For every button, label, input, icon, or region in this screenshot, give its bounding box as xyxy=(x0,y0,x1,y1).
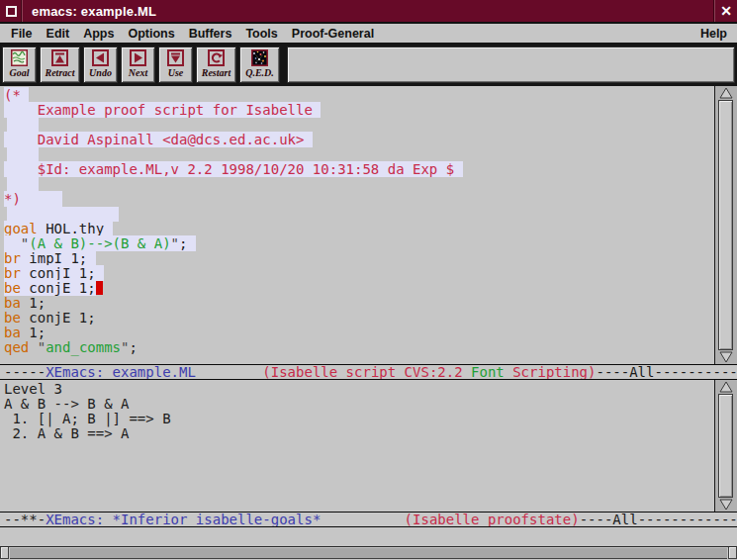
menu-item-apps[interactable]: Apps xyxy=(76,25,121,43)
script-line[interactable]: be conjE 1; xyxy=(4,281,714,296)
scroll-up-icon[interactable] xyxy=(715,380,737,394)
code-segment xyxy=(29,339,37,355)
toolbar-button-use[interactable]: Use xyxy=(158,47,193,83)
code-segment: ; xyxy=(129,339,137,355)
script-line[interactable]: "(A & B)-->(B & A)"; xyxy=(4,236,714,251)
window-menu-button[interactable] xyxy=(0,0,22,22)
toolbar-button-next[interactable]: Next xyxy=(121,47,155,83)
script-line[interactable] xyxy=(4,118,714,133)
code-segment: conjE 1; xyxy=(21,310,96,326)
script-scrollbar-thumb[interactable] xyxy=(718,100,733,350)
code-segment xyxy=(4,235,21,251)
script-line[interactable]: Example proof script for Isabelle xyxy=(4,103,714,118)
goals-modeline[interactable]: --**-XEmacs: *Inferior isabelle-goals* (… xyxy=(0,512,737,527)
script-buffer[interactable]: (* Example proof script for Isabelle Dav… xyxy=(0,86,714,364)
next-icon xyxy=(130,49,146,66)
modeline-text: (Isabelle proofstate) xyxy=(405,512,580,527)
goals-scrollbar[interactable] xyxy=(714,380,737,512)
hscroll-right-button[interactable] xyxy=(728,547,737,559)
hscroll-left-button[interactable] xyxy=(0,547,9,559)
xemacs-frame: emacs: example.ML ✕ FileEditAppsOptionsB… xyxy=(0,0,737,560)
script-line[interactable] xyxy=(4,147,714,162)
close-icon[interactable]: ✕ xyxy=(715,0,737,22)
code-segment: Example proof script for Isabelle xyxy=(4,102,313,118)
script-line[interactable]: qed "and_comms"; xyxy=(4,340,714,355)
goals-buffer-window[interactable]: Level 3A & B --> B & A 1. [| A; B |] ==>… xyxy=(0,380,737,512)
horizontal-scrollbar[interactable] xyxy=(0,546,737,559)
processed-region-strip xyxy=(7,207,119,222)
toolbar-button-retract[interactable]: Retract xyxy=(40,47,80,83)
modeline-text: --**- xyxy=(4,512,46,527)
script-line[interactable]: ba 1; xyxy=(4,296,714,311)
goals-scrollbar-thumb[interactable] xyxy=(718,394,733,498)
menu-item-file[interactable]: File xyxy=(4,25,40,43)
toolbar-button-goal[interactable]: Goal xyxy=(2,47,37,83)
script-line[interactable]: ba 1; xyxy=(4,326,714,340)
menubar: FileEditAppsOptionsBuffersToolsProof-Gen… xyxy=(0,24,737,44)
titlebar: emacs: example.ML ✕ xyxy=(0,0,737,22)
retract-icon xyxy=(51,49,68,66)
use-icon xyxy=(167,49,184,66)
script-line[interactable]: be conjE 1; xyxy=(4,311,714,326)
window-title: emacs: example.ML xyxy=(23,4,714,19)
qed-icon xyxy=(251,49,268,66)
code-segment: qed xyxy=(4,339,29,355)
scroll-down-icon[interactable] xyxy=(715,498,737,512)
code-segment: and_comms xyxy=(46,339,121,355)
script-scrollbar[interactable] xyxy=(714,86,737,364)
processed-region-strip xyxy=(7,118,39,133)
script-line[interactable]: br impI 1; xyxy=(4,251,714,266)
script-modeline[interactable]: -----XEmacs: example.ML (Isabelle script… xyxy=(0,364,737,380)
script-line[interactable] xyxy=(4,207,714,222)
menu-item-edit[interactable]: Edit xyxy=(40,25,77,43)
toolbar: Goal Retract Undo Next Use Restart Q.E.D… xyxy=(0,44,737,86)
goals-line: A & B --> B & A xyxy=(4,397,714,412)
code-segment: $Id: example.ML,v 2.2 1998/10/20 10:31:5… xyxy=(4,161,454,177)
script-line[interactable]: $Id: example.ML,v 2.2 1998/10/20 10:31:5… xyxy=(4,162,714,177)
menu-item-proof-general[interactable]: Proof-General xyxy=(285,25,381,43)
trailing-highlight xyxy=(96,265,104,281)
modeline-text: ----- xyxy=(4,364,46,380)
script-line[interactable]: (* xyxy=(4,88,714,103)
modeline-text: ----All------------- xyxy=(580,512,737,527)
modeline-text: XEmacs: *Inferior isabelle-goals* xyxy=(46,512,321,527)
script-line[interactable]: David Aspinall <da@dcs.ed.ac.uk> xyxy=(4,133,714,147)
code-segment: ba xyxy=(4,325,21,340)
script-buffer-window[interactable]: (* Example proof script for Isabelle Dav… xyxy=(0,86,737,364)
code-segment: 1; xyxy=(21,295,46,311)
toolbar-button-label: Goal xyxy=(10,67,30,78)
code-segment: be xyxy=(4,310,21,326)
toolbar-button-undo[interactable]: Undo xyxy=(83,47,118,83)
goals-buffer[interactable]: Level 3A & B --> B & A 1. [| A; B |] ==>… xyxy=(0,380,714,512)
script-line[interactable]: *) xyxy=(4,192,714,207)
toolbar-button-label: Use xyxy=(168,67,184,78)
scroll-up-icon[interactable] xyxy=(715,86,737,100)
text-cursor xyxy=(96,281,103,295)
trailing-highlight xyxy=(87,250,95,266)
toolbar-button-label: Next xyxy=(129,67,147,78)
menu-item-tools[interactable]: Tools xyxy=(238,25,284,43)
toolbar-button-qed[interactable]: Q.E.D. xyxy=(239,47,280,83)
minibuffer[interactable] xyxy=(0,527,737,546)
code-segment: David Aspinall <da@dcs.ed.ac.uk> xyxy=(4,132,304,147)
code-segment: " xyxy=(171,235,179,251)
hscroll-thumb[interactable] xyxy=(10,547,727,559)
script-line[interactable]: br conjI 1; xyxy=(4,266,714,281)
trailing-highlight xyxy=(313,102,321,118)
code-segment: " xyxy=(38,339,46,355)
toolbar-button-label: Undo xyxy=(89,67,112,78)
menu-item-buffers[interactable]: Buffers xyxy=(182,25,239,43)
toolbar-button-restart[interactable]: Restart xyxy=(196,47,236,83)
script-line[interactable]: goal HOL.thy xyxy=(4,222,714,236)
code-segment: (* xyxy=(4,87,21,103)
modeline-text xyxy=(196,364,262,380)
trailing-highlight xyxy=(304,132,312,147)
menu-item-options[interactable]: Options xyxy=(121,25,181,43)
trailing-highlight xyxy=(187,235,195,251)
menu-item-help[interactable]: Help xyxy=(694,25,733,43)
processed-region-strip xyxy=(7,177,39,192)
code-segment: ba xyxy=(4,295,21,311)
script-line[interactable] xyxy=(4,177,714,192)
scroll-down-icon[interactable] xyxy=(715,350,737,364)
code-segment: goal xyxy=(4,221,38,236)
